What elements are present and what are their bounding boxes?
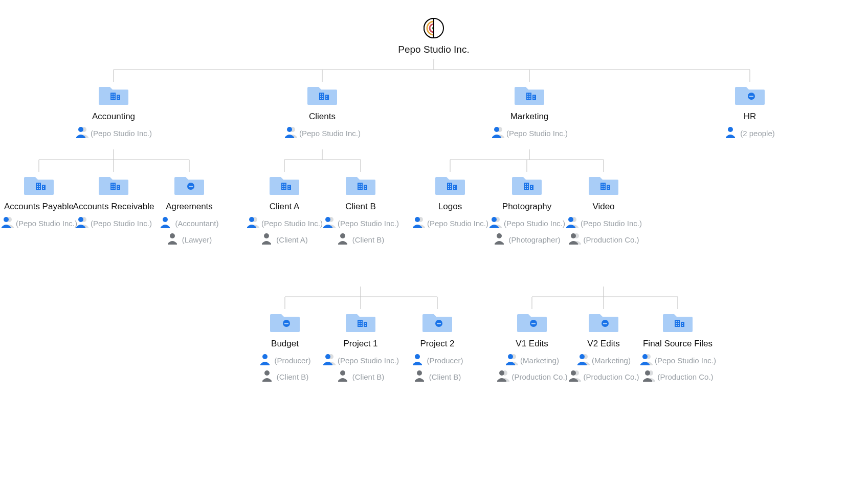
svg-rect-55 bbox=[322, 98, 323, 99]
svg-rect-146 bbox=[527, 186, 528, 187]
share-text: (Producer) bbox=[427, 356, 463, 365]
folder-icon bbox=[306, 82, 338, 108]
folder-icon bbox=[662, 309, 694, 336]
svg-rect-91 bbox=[112, 186, 113, 187]
node-marketing: Marketing(Pepo Studio Inc.) bbox=[488, 82, 570, 140]
svg-point-98 bbox=[78, 217, 83, 222]
svg-point-212 bbox=[642, 354, 648, 359]
svg-rect-186 bbox=[437, 323, 441, 324]
share-entry: (Marketing) bbox=[491, 353, 573, 367]
node-label: Final Source Files bbox=[629, 339, 726, 349]
share-text: (Pepo Studio Inc.) bbox=[16, 219, 77, 228]
svg-rect-129 bbox=[447, 183, 452, 190]
share-text: (Client A) bbox=[276, 235, 308, 244]
svg-rect-44 bbox=[118, 96, 119, 97]
share-text: (Pepo Studio Inc.) bbox=[655, 356, 716, 365]
share-icon bbox=[412, 216, 425, 230]
folder-icon bbox=[98, 172, 129, 199]
svg-rect-156 bbox=[602, 184, 603, 185]
node-label: Agreements bbox=[148, 202, 230, 212]
share-text: (Marketing) bbox=[592, 356, 631, 365]
share-entry: (Pepo Studio Inc.) bbox=[70, 216, 157, 230]
svg-rect-79 bbox=[37, 186, 38, 187]
share-text: (Client B) bbox=[429, 372, 461, 381]
svg-rect-178 bbox=[359, 325, 360, 326]
share-icon bbox=[1, 216, 14, 230]
svg-rect-73 bbox=[749, 96, 753, 97]
share-list: (Producer)(Client B) bbox=[244, 353, 326, 384]
svg-rect-76 bbox=[42, 185, 46, 190]
svg-rect-53 bbox=[322, 96, 323, 97]
svg-rect-54 bbox=[320, 98, 321, 99]
svg-rect-201 bbox=[675, 320, 680, 327]
svg-rect-190 bbox=[531, 323, 536, 324]
svg-rect-104 bbox=[287, 185, 291, 190]
svg-point-200 bbox=[571, 370, 576, 376]
svg-rect-176 bbox=[359, 323, 360, 324]
share-text: (Client B) bbox=[352, 372, 385, 381]
share-list: (Accountant)(Lawyer) bbox=[148, 216, 230, 247]
share-text: (Photographer) bbox=[509, 235, 561, 244]
connector-lines bbox=[0, 0, 868, 483]
folder-icon bbox=[516, 309, 548, 336]
svg-rect-137 bbox=[454, 186, 455, 187]
svg-rect-111 bbox=[288, 186, 290, 187]
share-icon bbox=[284, 126, 297, 140]
svg-rect-118 bbox=[359, 184, 360, 185]
folder-icon bbox=[173, 172, 205, 199]
svg-rect-78 bbox=[39, 184, 40, 185]
svg-rect-149 bbox=[531, 186, 532, 187]
svg-rect-141 bbox=[524, 183, 529, 190]
svg-rect-38 bbox=[112, 94, 113, 95]
root-title: Pepo Studio Inc. bbox=[367, 44, 500, 56]
svg-rect-117 bbox=[364, 185, 367, 190]
share-entry: (Client B) bbox=[320, 369, 402, 384]
svg-rect-210 bbox=[682, 325, 683, 326]
node-label: Project 2 bbox=[396, 339, 478, 349]
share-entry: (Client B) bbox=[320, 232, 402, 247]
svg-rect-65 bbox=[529, 96, 530, 97]
share-text: (Pepo Studio Inc.) bbox=[91, 219, 152, 228]
share-entry: (Pepo Studio Inc.) bbox=[320, 216, 402, 230]
svg-rect-116 bbox=[358, 183, 363, 190]
share-list: (2 people) bbox=[709, 126, 791, 140]
share-entry: (Pepo Studio Inc.) bbox=[488, 126, 570, 140]
svg-point-198 bbox=[580, 354, 585, 359]
svg-rect-37 bbox=[117, 95, 120, 100]
share-icon bbox=[412, 353, 425, 367]
share-entry: (Photographer) bbox=[486, 232, 568, 247]
svg-rect-162 bbox=[608, 186, 609, 187]
svg-point-140 bbox=[415, 217, 420, 222]
svg-rect-60 bbox=[526, 93, 531, 100]
share-list: (Pepo Studio Inc.)(Client B) bbox=[320, 216, 402, 247]
svg-rect-63 bbox=[529, 94, 530, 95]
node-clients: Clients(Pepo Studio Inc.) bbox=[281, 82, 363, 140]
svg-rect-131 bbox=[448, 184, 449, 185]
node-hr: HR(2 people) bbox=[709, 82, 791, 140]
share-icon bbox=[167, 232, 180, 247]
svg-rect-203 bbox=[676, 321, 677, 322]
svg-rect-147 bbox=[525, 188, 526, 189]
svg-point-102 bbox=[170, 233, 175, 238]
company-logo-icon bbox=[423, 17, 444, 41]
folder-icon bbox=[588, 172, 619, 199]
folder-icon bbox=[514, 82, 545, 108]
folder-icon bbox=[23, 172, 55, 199]
svg-point-214 bbox=[645, 370, 650, 376]
svg-rect-40 bbox=[112, 96, 113, 97]
svg-rect-159 bbox=[604, 186, 605, 187]
node-label: Photography bbox=[486, 202, 568, 212]
share-entry: (Pepo Studio Inc.) bbox=[73, 126, 154, 140]
svg-rect-145 bbox=[525, 186, 526, 187]
folder-icon bbox=[269, 172, 300, 199]
svg-rect-122 bbox=[359, 188, 360, 189]
svg-rect-41 bbox=[114, 96, 115, 97]
share-text: (Production Co.) bbox=[657, 372, 713, 381]
node-label: V1 Edits bbox=[491, 339, 573, 349]
node-label: Project 1 bbox=[320, 339, 402, 349]
svg-rect-196 bbox=[603, 323, 607, 324]
svg-rect-135 bbox=[448, 188, 449, 189]
share-icon bbox=[337, 369, 350, 384]
svg-point-192 bbox=[508, 354, 513, 359]
node-v1-edits: V1 Edits(Marketing)(Production Co.) bbox=[491, 309, 573, 384]
